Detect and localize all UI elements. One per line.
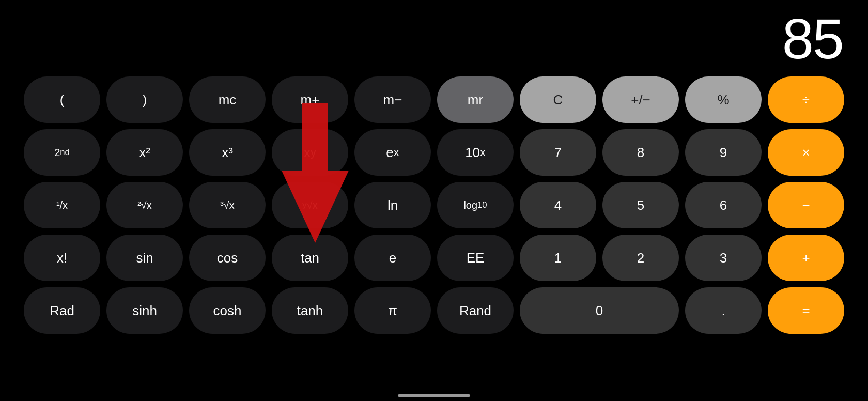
- button-row-2: 2nd x² x³ xy ex 10x 7 8 9 ×: [10, 129, 858, 176]
- eight-button[interactable]: 8: [602, 129, 679, 176]
- home-indicator: [398, 394, 470, 397]
- sinh-button[interactable]: sinh: [106, 287, 183, 334]
- button-row-1: ( ) mc m+ m− mr C +/− % ÷: [10, 76, 858, 123]
- zero-button[interactable]: 0: [520, 287, 679, 334]
- percent-button[interactable]: %: [685, 76, 762, 123]
- ex-button[interactable]: ex: [354, 129, 431, 176]
- factorial-button[interactable]: x!: [24, 235, 100, 281]
- display-area: 85: [0, 0, 868, 72]
- mc-button[interactable]: mc: [189, 76, 266, 123]
- six-button[interactable]: 6: [685, 182, 762, 228]
- tenx-button[interactable]: 10x: [437, 129, 514, 176]
- multiply-button[interactable]: ×: [768, 129, 844, 176]
- mr-button[interactable]: mr: [437, 76, 514, 123]
- pi-button[interactable]: π: [354, 287, 431, 334]
- divide-button[interactable]: ÷: [768, 76, 844, 123]
- two-button[interactable]: 2: [602, 235, 679, 281]
- seven-button[interactable]: 7: [520, 129, 596, 176]
- open-paren-button[interactable]: (: [24, 76, 100, 123]
- rad-button[interactable]: Rad: [24, 287, 100, 334]
- close-paren-button[interactable]: ): [106, 76, 183, 123]
- cos-button[interactable]: cos: [189, 235, 266, 281]
- xpowy-button[interactable]: xy: [272, 129, 348, 176]
- tan-button[interactable]: tan: [272, 235, 348, 281]
- xsquared-button[interactable]: x²: [106, 129, 183, 176]
- xcubed-button[interactable]: x³: [189, 129, 266, 176]
- cosh-button[interactable]: cosh: [189, 287, 266, 334]
- ln-button[interactable]: ln: [354, 182, 431, 228]
- one-button[interactable]: 1: [520, 235, 596, 281]
- mminus-button[interactable]: m−: [354, 76, 431, 123]
- display-value: 85: [782, 10, 843, 67]
- log10-button[interactable]: log10: [437, 182, 514, 228]
- decimal-button[interactable]: .: [685, 287, 762, 334]
- calculator-grid: ( ) mc m+ m− mr C +/− % ÷ 2nd x² x³ xy e…: [0, 72, 868, 350]
- five-button[interactable]: 5: [602, 182, 679, 228]
- clear-button[interactable]: C: [520, 76, 596, 123]
- button-row-3: ¹/x ²√x ³√x y√x ln log10 4 5 6 −: [10, 182, 858, 228]
- onedivx-button[interactable]: ¹/x: [24, 182, 100, 228]
- button-row-4: x! sin cos tan e EE 1 2 3 +: [10, 235, 858, 281]
- nine-button[interactable]: 9: [685, 129, 762, 176]
- rand-button[interactable]: Rand: [437, 287, 514, 334]
- sqrtxy-button[interactable]: y√x: [272, 182, 348, 228]
- tanh-button[interactable]: tanh: [272, 287, 348, 334]
- button-row-5: Rad sinh cosh tanh π Rand 0 . =: [10, 287, 858, 334]
- sqrtx2-button[interactable]: ²√x: [106, 182, 183, 228]
- four-button[interactable]: 4: [520, 182, 596, 228]
- e-button[interactable]: e: [354, 235, 431, 281]
- equals-button[interactable]: =: [768, 287, 844, 334]
- ee-button[interactable]: EE: [437, 235, 514, 281]
- mplus-button[interactable]: m+: [272, 76, 348, 123]
- three-button[interactable]: 3: [685, 235, 762, 281]
- sin-button[interactable]: sin: [106, 235, 183, 281]
- sqrtx3-button[interactable]: ³√x: [189, 182, 266, 228]
- minus-button[interactable]: −: [768, 182, 844, 228]
- plusminus-button[interactable]: +/−: [602, 76, 679, 123]
- plus-button[interactable]: +: [768, 235, 844, 281]
- second-button[interactable]: 2nd: [24, 129, 100, 176]
